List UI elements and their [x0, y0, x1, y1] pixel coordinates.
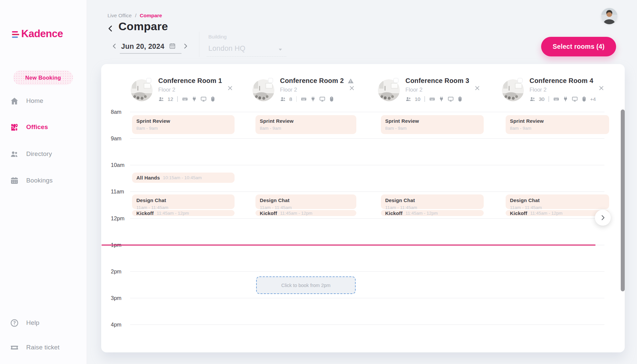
- event-design-chat[interactable]: Design Chat11am - 11:45am: [506, 194, 609, 209]
- event-all-hands[interactable]: All Hands10:15am - 10:45am: [132, 173, 235, 183]
- room-name: Conference Room 4: [530, 77, 593, 85]
- kadence-logo-text: Kadence: [21, 28, 63, 40]
- room-name: Conference Room 1: [158, 77, 222, 85]
- previous-day-button[interactable]: [111, 43, 118, 50]
- event-kickoff[interactable]: Kickoff11:45am - 12pm: [506, 210, 609, 216]
- plug-icon: [438, 96, 445, 102]
- sidebar-item-label: Directory: [26, 150, 52, 158]
- hour-label-9am: 9am: [111, 135, 121, 142]
- hour-gridline: [130, 325, 604, 325]
- room-floor: Floor 2: [530, 87, 546, 93]
- sidebar-item-bookings[interactable]: Bookings: [10, 174, 80, 187]
- hour-label-12pm: 12pm: [111, 215, 124, 222]
- room-amenities: 30+4: [530, 96, 596, 102]
- next-day-button[interactable]: [182, 43, 189, 50]
- extra-amenities-count: +4: [590, 96, 596, 102]
- hour-gridline: [130, 298, 604, 298]
- hour-gridline: [130, 218, 604, 219]
- header-divider: [199, 32, 199, 57]
- event-title: Design Chat: [136, 197, 166, 203]
- user-avatar[interactable]: [601, 8, 617, 24]
- plug-icon: [310, 96, 316, 102]
- directory-icon: [10, 150, 19, 159]
- calendar-icon[interactable]: [169, 42, 176, 50]
- event-kickoff[interactable]: Kickoff11:45am - 12pm: [381, 210, 484, 216]
- sidebar-item-label: Bookings: [26, 177, 53, 184]
- event-design-chat[interactable]: Design Chat11am - 11:45am: [381, 194, 484, 209]
- breadcrumb-live-office[interactable]: Live Office: [107, 13, 132, 19]
- capacity-icon: [158, 96, 165, 102]
- event-kickoff[interactable]: Kickoff11:45am - 12pm: [132, 210, 235, 216]
- remove-room-button[interactable]: [598, 85, 605, 92]
- kadence-logo[interactable]: Kadence: [12, 28, 63, 40]
- hour-label-11am: 11am: [111, 188, 124, 195]
- event-title: Sprint Review: [260, 118, 294, 124]
- amenity-divider: [548, 96, 549, 102]
- hour-label-2pm: 2pm: [111, 268, 121, 275]
- capacity-icon: [405, 96, 412, 102]
- event-time: 8am - 9am: [136, 126, 230, 131]
- event-time: 11am - 11:45am: [260, 205, 352, 210]
- room-header-1: Conference Room 1Floor 212: [131, 77, 237, 108]
- remove-room-button[interactable]: [348, 85, 355, 92]
- vertical-scrollbar[interactable]: [621, 109, 625, 291]
- event-time: 11:45am - 12pm: [157, 211, 189, 216]
- book-slot-button[interactable]: Click to book from 2pm: [256, 276, 356, 294]
- event-title: All Hands: [136, 175, 160, 181]
- event-title: Sprint Review: [385, 118, 419, 124]
- breadcrumb: Live Office / Compare: [107, 13, 162, 19]
- event-title: Sprint Review: [510, 118, 544, 124]
- room-header-2: Conference Room 2Floor 28: [252, 77, 359, 108]
- capacity-icon: [280, 96, 286, 102]
- new-booking-button[interactable]: New Booking: [13, 70, 73, 85]
- amenity-divider: [296, 96, 297, 102]
- sidebar-item-offices[interactable]: Offices: [10, 120, 80, 134]
- event-time: 11am - 11:45am: [385, 205, 479, 210]
- event-title: Kickoff: [260, 210, 277, 216]
- keyboard-icon: [553, 96, 559, 102]
- sidebar-item-help[interactable]: Help: [10, 316, 80, 329]
- event-time: 10:15am - 10:45am: [163, 175, 202, 180]
- scroll-right-button[interactable]: [595, 210, 611, 226]
- event-sprint-review[interactable]: Sprint Review8am - 9am: [132, 115, 235, 134]
- keyboard-icon: [182, 96, 188, 102]
- date-value[interactable]: Jun 20, 2024: [121, 42, 164, 51]
- mouse-icon: [457, 96, 463, 102]
- building-value: London HQ: [208, 44, 246, 53]
- event-sprint-review[interactable]: Sprint Review8am - 9am: [255, 115, 356, 134]
- event-title: Design Chat: [260, 197, 290, 203]
- room-floor: Floor 2: [280, 87, 297, 93]
- event-time: 8am - 9am: [260, 126, 352, 131]
- event-time: 8am - 9am: [385, 126, 479, 131]
- event-design-chat[interactable]: Design Chat11am - 11:45am: [255, 194, 356, 209]
- event-sprint-review[interactable]: Sprint Review8am - 9am: [506, 115, 609, 134]
- capacity-count: 10: [415, 96, 420, 102]
- remove-room-button[interactable]: [226, 85, 234, 92]
- event-sprint-review[interactable]: Sprint Review8am - 9am: [381, 115, 484, 134]
- remove-room-button[interactable]: [473, 85, 481, 92]
- event-design-chat[interactable]: Design Chat11am - 11:45am: [132, 194, 235, 209]
- breadcrumb-separator: /: [135, 13, 136, 19]
- hour-gridline: [130, 138, 604, 139]
- capacity-count: 30: [539, 96, 544, 102]
- sidebar-item-label: Offices: [26, 123, 48, 131]
- monitor-icon: [319, 96, 325, 102]
- ticket-icon: [10, 343, 19, 352]
- room-header-4: Conference Room 4Floor 230+4: [502, 77, 608, 108]
- building-select[interactable]: Building London HQ: [208, 34, 291, 60]
- event-time: 8am - 9am: [510, 126, 605, 131]
- mouse-icon: [210, 96, 216, 102]
- event-title: Kickoff: [136, 210, 154, 216]
- sidebar-item-label: Home: [26, 97, 43, 105]
- event-kickoff[interactable]: Kickoff11:45am - 12pm: [255, 210, 356, 216]
- hour-gridline: [130, 165, 604, 165]
- sidebar-item-raise-ticket[interactable]: Raise ticket: [10, 341, 80, 354]
- bookings-icon: [10, 176, 19, 185]
- back-button[interactable]: [106, 24, 115, 34]
- select-rooms-button[interactable]: Select rooms (4): [541, 37, 616, 56]
- event-time: 11:45am - 12pm: [405, 211, 438, 216]
- sidebar-item-directory[interactable]: Directory: [10, 147, 80, 161]
- room-photo-badge: [268, 78, 273, 83]
- sidebar-item-home[interactable]: Home: [10, 94, 80, 108]
- building-underline: [207, 56, 286, 57]
